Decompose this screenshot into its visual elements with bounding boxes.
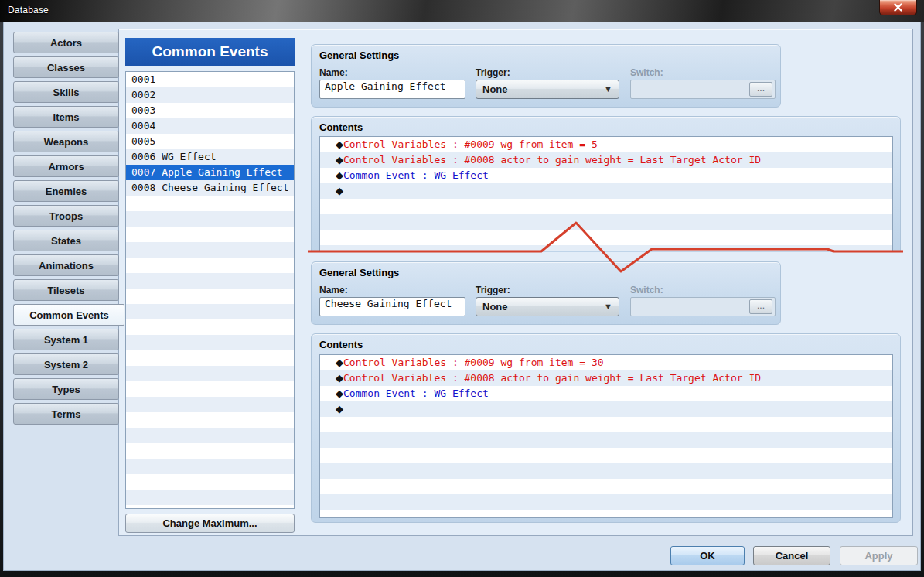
tab-enemies[interactable]: Enemies <box>13 180 119 202</box>
trigger-label: Trigger: <box>476 285 510 295</box>
ok-button[interactable]: OK <box>670 546 745 565</box>
command-bullet-icon: ◆ <box>336 138 343 150</box>
event-list-empty-row <box>126 211 294 227</box>
cancel-button[interactable]: Cancel <box>753 546 830 565</box>
command-bullet-icon: ◆ <box>336 372 343 384</box>
tab-states[interactable]: States <box>13 230 119 251</box>
event-list-item[interactable]: 0007 Apple Gaining Effect <box>126 165 294 180</box>
name-input[interactable]: Apple Gaining Effect <box>319 80 465 99</box>
command-bullet-icon: ◆ <box>336 388 343 399</box>
event-list-empty-row <box>126 412 294 428</box>
trigger-value: None <box>482 84 508 95</box>
event-list[interactable]: 000100020003000400050006 WG Effect0007 A… <box>125 71 295 509</box>
command-bullet-icon: ◆ <box>336 185 343 196</box>
general-settings-group: General Settings Name: Cheese Gaining Ef… <box>311 261 781 325</box>
tab-terms[interactable]: Terms <box>13 403 119 425</box>
general-settings-group: General Settings Name: Apple Gaining Eff… <box>311 44 781 108</box>
event-command[interactable]: ◆Control Variables : #0008 actor to gain… <box>320 152 892 168</box>
event-command-empty-row <box>320 230 892 245</box>
switch-field: ... <box>630 80 776 99</box>
command-bullet-icon: ◆ <box>336 154 343 166</box>
close-icon <box>893 3 903 12</box>
event-list-item[interactable]: 0003 <box>126 103 294 118</box>
event-command-empty-row <box>320 510 892 518</box>
tab-animations[interactable]: Animations <box>13 254 119 276</box>
name-label: Name: <box>319 67 348 78</box>
event-list-empty-row <box>126 242 294 258</box>
trigger-select[interactable]: None ▼ <box>476 297 619 316</box>
switch-browse-button[interactable]: ... <box>749 299 772 314</box>
tab-classes[interactable]: Classes <box>13 56 119 78</box>
event-list-empty-row <box>126 381 294 397</box>
contents-group: Contents ◆Control Variables : #0009 wg f… <box>311 333 901 523</box>
dialog-surface: ActorsClassesSkillsItemsWeaponsArmorsEne… <box>3 22 921 571</box>
close-button[interactable] <box>879 0 917 15</box>
command-text: Control Variables : #0008 actor to gain … <box>343 154 761 166</box>
event-list-empty-row <box>126 273 294 288</box>
event-list-empty-row <box>126 474 294 490</box>
event-command-empty-row <box>320 199 892 214</box>
tab-actors[interactable]: Actors <box>13 32 119 53</box>
window-title: Database <box>8 5 49 15</box>
tab-types[interactable]: Types <box>13 378 119 400</box>
event-command-empty-row <box>320 479 892 494</box>
tab-weapons[interactable]: Weapons <box>13 131 119 152</box>
event-command-empty-row <box>320 448 892 463</box>
tab-skills[interactable]: Skills <box>13 81 119 103</box>
switch-browse-button[interactable]: ... <box>749 82 772 97</box>
command-list[interactable]: ◆Control Variables : #0009 wg from item … <box>319 136 893 251</box>
event-list-empty-row <box>126 428 294 443</box>
event-list-empty-row <box>126 319 294 335</box>
command-text: Common Event : WG Effect <box>343 388 489 399</box>
event-list-empty-row <box>126 304 294 319</box>
event-list-empty-row <box>126 490 294 505</box>
event-list-item[interactable]: 0001 <box>126 72 294 87</box>
event-list-item[interactable]: 0002 <box>126 87 294 103</box>
event-command[interactable]: ◆Common Event : WG Effect <box>320 386 892 401</box>
event-list-empty-row <box>126 366 294 381</box>
tab-system-2[interactable]: System 2 <box>13 353 119 375</box>
event-list-item[interactable]: 0006 WG Effect <box>126 149 294 165</box>
event-list-empty-row <box>126 505 294 509</box>
event-command-empty-row <box>320 417 892 432</box>
apply-button[interactable]: Apply <box>840 546 918 565</box>
event-command[interactable]: ◆Common Event : WG Effect <box>320 168 892 183</box>
tab-armors[interactable]: Armors <box>13 155 119 177</box>
event-list-item[interactable]: 0005 <box>126 134 294 149</box>
event-list-empty-row <box>126 196 294 211</box>
command-bullet-icon: ◆ <box>336 403 343 415</box>
tab-common-events[interactable]: Common Events <box>13 304 125 326</box>
event-command[interactable]: ◆Control Variables : #0008 actor to gain… <box>320 370 892 386</box>
event-command[interactable]: ◆Control Variables : #0009 wg from item … <box>320 355 892 370</box>
event-list-empty-row <box>126 443 294 459</box>
name-label: Name: <box>319 285 348 295</box>
event-list-item[interactable]: 0008 Cheese Gaining Effect <box>126 180 294 196</box>
event-command[interactable]: ◆Control Variables : #0009 wg from item … <box>320 137 892 152</box>
tab-system-1[interactable]: System 1 <box>13 329 119 350</box>
command-list[interactable]: ◆Control Variables : #0009 wg from item … <box>319 354 893 518</box>
command-bullet-icon: ◆ <box>336 169 343 181</box>
event-command-empty-row <box>320 432 892 448</box>
trigger-select[interactable]: None ▼ <box>476 80 619 99</box>
title-bar[interactable]: Database <box>0 0 924 22</box>
event-list-empty-row <box>126 288 294 304</box>
tab-troops[interactable]: Troops <box>13 205 119 227</box>
command-text: Control Variables : #0009 wg from item =… <box>343 138 598 150</box>
event-command[interactable]: ◆ <box>320 401 892 417</box>
database-dialog: Database ActorsClassesSkillsItemsWeapons… <box>0 0 924 577</box>
event-list-item[interactable]: 0004 <box>126 118 294 134</box>
tab-tilesets[interactable]: Tilesets <box>13 279 119 301</box>
group-title: Contents <box>319 339 363 350</box>
switch-field: ... <box>630 297 776 316</box>
contents-group: Contents ◆Control Variables : #0009 wg f… <box>311 116 901 252</box>
change-maximum-button[interactable]: Change Maximum... <box>125 514 295 533</box>
command-text: Control Variables : #0009 wg from item =… <box>343 357 604 368</box>
event-command[interactable]: ◆ <box>320 183 892 199</box>
tab-items[interactable]: Items <box>13 106 119 128</box>
event-command-empty-row <box>320 463 892 479</box>
name-input[interactable]: Cheese Gaining Effect <box>319 297 465 316</box>
group-title: General Settings <box>319 267 399 278</box>
event-list-empty-row <box>126 335 294 350</box>
trigger-value: None <box>482 301 508 312</box>
switch-label: Switch: <box>630 67 663 78</box>
